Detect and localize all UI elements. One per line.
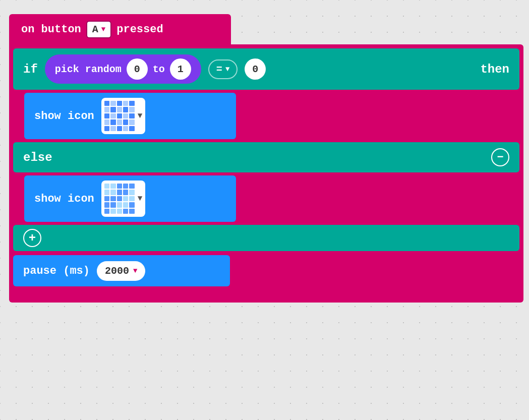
to-label: to	[153, 64, 165, 75]
from-value[interactable]: 0	[127, 58, 148, 80]
icon-grid-1	[104, 101, 135, 131]
minus-icon: −	[497, 151, 503, 164]
else-row: else −	[13, 142, 519, 172]
button-selector[interactable]: A ▼	[86, 21, 111, 38]
pause-value-selector[interactable]: 2000 ▼	[97, 261, 145, 281]
plus-row: +	[13, 225, 519, 251]
pause-value: 2000	[105, 265, 129, 277]
pick-random-block[interactable]: pick random 0 to 1	[45, 54, 201, 84]
show-icon-block-2: show icon	[24, 175, 236, 222]
then-label: then	[480, 63, 509, 76]
equals-selector[interactable]: = ▼	[208, 59, 238, 79]
button-value: A	[92, 24, 98, 35]
pause-label: pause (ms)	[23, 265, 90, 277]
compare-value[interactable]: 0	[245, 58, 266, 80]
code-workspace: on button A ▼ pressed if pick random 0 t…	[0, 0, 529, 420]
equals-dropdown-arrow: ▼	[225, 65, 229, 73]
icon-dropdown-arrow-2: ▼	[138, 194, 143, 203]
show-icon-block-1: show icon	[24, 93, 236, 139]
pick-random-label: pick random	[55, 64, 122, 75]
icon-selector-2[interactable]: ▼	[101, 181, 146, 217]
if-row: if pick random 0 to 1 = ▼ 0 then	[13, 48, 519, 90]
on-button-label: on button	[21, 23, 81, 36]
icon-grid-2	[104, 184, 135, 214]
icon-dropdown-arrow-1: ▼	[138, 111, 143, 121]
button-dropdown-arrow: ▼	[101, 25, 105, 33]
equals-label: =	[216, 64, 222, 75]
show-icon-label-1: show icon	[34, 110, 94, 123]
else-label: else	[23, 151, 52, 164]
if-label: if	[23, 63, 38, 76]
pause-block: pause (ms) 2000 ▼	[13, 255, 230, 286]
on-button-block: on button A ▼ pressed	[9, 14, 231, 44]
add-branch-button[interactable]: +	[23, 229, 41, 247]
show-icon-label-2: show icon	[34, 193, 94, 205]
icon-selector-1[interactable]: ▼	[101, 98, 146, 134]
block-tail	[13, 289, 519, 297]
remove-else-button[interactable]: −	[491, 148, 509, 166]
main-block-container: if pick random 0 to 1 = ▼ 0 then show ic…	[9, 44, 523, 303]
plus-icon: +	[29, 231, 36, 245]
to-value[interactable]: 1	[170, 58, 191, 80]
pause-dropdown-arrow: ▼	[133, 267, 137, 275]
pressed-label: pressed	[116, 23, 163, 36]
